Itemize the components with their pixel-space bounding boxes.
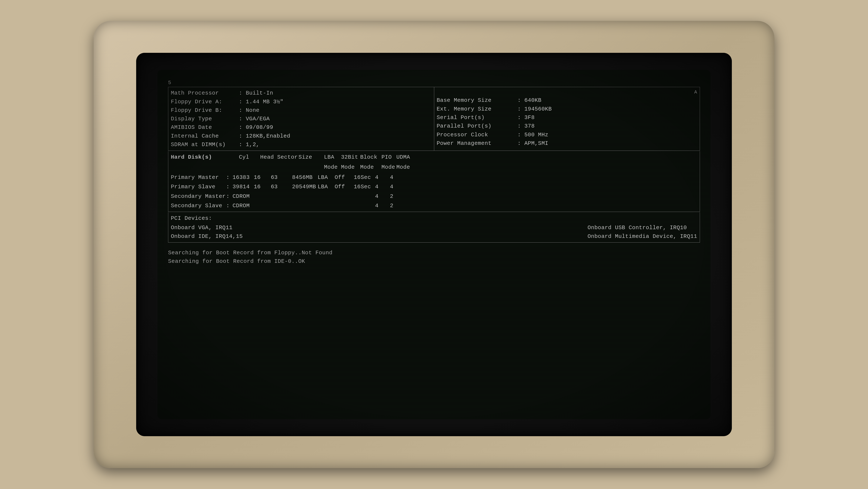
pm-name: Primary Master [171, 173, 226, 182]
internal-cache-label: Internal Cache [171, 132, 239, 140]
ps-cyl: 39814 [232, 182, 254, 191]
math-processor-row: Math Processor : Built-In [171, 89, 431, 97]
boot-messages-section: Searching for Boot Record from Floppy..N… [168, 247, 700, 267]
pm-cyl: 16383 [232, 173, 254, 182]
boot-message-0: Searching for Boot Record from Floppy..N… [168, 249, 700, 257]
pci-title: PCI Devices: [171, 214, 697, 223]
bios-date-label: AMIBIOS Date [171, 123, 239, 132]
screen-inner: 5 Math Processor : Built-In Floppy Drive… [157, 70, 711, 419]
floppy-b-label: Floppy Drive B: [171, 106, 239, 115]
pci-right: Onboard USB Controller, IRQ10 Onboard Mu… [575, 223, 697, 241]
bios-content: 5 Math Processor : Built-In Floppy Drive… [168, 78, 700, 267]
floppy-a-label: Floppy Drive A: [171, 97, 239, 106]
ps-size: 20549MB [292, 182, 318, 191]
pci-left-0: Onboard VGA, IRQ11 [171, 223, 243, 232]
sm-udma: 2 [390, 192, 407, 201]
col-pio: PIO [381, 153, 396, 162]
floppy-a-value: : 1.44 MB 3½" [239, 97, 283, 106]
math-processor-label: Math Processor [171, 89, 239, 97]
sub-block-mode: Mode [360, 163, 381, 171]
ps-sep: : [226, 182, 232, 191]
col-head: Head [260, 153, 277, 162]
screen-outer: 5 Math Processor : Built-In Floppy Drive… [136, 53, 732, 436]
power-mgmt-label: Power Management [437, 139, 518, 148]
display-type-label: Display Type [171, 115, 239, 123]
math-processor-value: : Built-In [239, 89, 273, 97]
corner-top-label: 5 [168, 80, 171, 86]
ss-sep: : [226, 201, 232, 210]
sub-pio-mode: Mode [381, 163, 396, 171]
serial-port-row: Serial Port(s) : 3F8 [437, 113, 698, 122]
pm-32bit: Off [335, 173, 354, 182]
ps-sector: 63 [271, 182, 292, 191]
processor-clock-label: Processor Clock [437, 131, 518, 139]
pci-right-0: Onboard USB Controller, IRQ10 [588, 223, 697, 232]
internal-cache-row: Internal Cache : 128KB,Enabled [171, 132, 431, 140]
pm-sector: 63 [271, 173, 292, 182]
ps-block: 16Sec [354, 182, 375, 191]
hard-disk-title: Hard Disk(s) [171, 153, 239, 162]
internal-cache-value: : 128KB,Enabled [239, 132, 290, 140]
pm-lba: LBA [318, 173, 335, 182]
col-cyl: Cyl [239, 153, 260, 162]
pci-devices-section: PCI Devices: Onboard VGA, IRQ11 Onboard … [168, 212, 700, 242]
base-memory-value: : 640KB [518, 96, 541, 105]
pci-row: Onboard VGA, IRQ11 Onboard IDE, IRQ14,15… [171, 223, 697, 241]
hard-disk-section: Hard Disk(s) Cyl Head Sector Size LBA 32… [168, 151, 700, 212]
base-memory-label: Base Memory Size [437, 96, 518, 105]
col-sector: Sector [277, 153, 299, 162]
floppy-a-row: Floppy Drive A: : 1.44 MB 3½" [171, 97, 431, 106]
floppy-b-row: Floppy Drive B: : None [171, 106, 431, 115]
display-type-row: Display Type : VGA/EGA [171, 115, 431, 123]
ps-udma: 4 [390, 182, 407, 191]
processor-clock-value: : 500 MHz [518, 131, 549, 139]
pm-sep: : [226, 173, 232, 182]
sm-name: Secondary Master [171, 192, 226, 201]
ps-lba: LBA [318, 182, 335, 191]
boot-message-1: Searching for Boot Record from IDE-0..OK [168, 257, 700, 266]
pm-block: 16Sec [354, 173, 375, 182]
pci-right-1: Onboard Multimedia Device, IRQ11 [588, 232, 697, 241]
primary-master-row: Primary Master : 16383 16 63 8456MB LBA … [171, 173, 697, 182]
ps-head: 16 [254, 182, 271, 191]
sub-32bit-mode: Mode [341, 163, 360, 171]
pm-head: 16 [254, 173, 271, 182]
system-info-left: Math Processor : Built-In Floppy Drive A… [168, 87, 434, 150]
secondary-slave-row: Secondary Slave : CDROM 4 2 [171, 201, 697, 210]
power-mgmt-row: Power Management : APM,SMI [437, 139, 698, 148]
corner-tr: A [437, 89, 698, 96]
base-memory-row: Base Memory Size : 640KB [437, 96, 698, 105]
power-mgmt-value: : APM,SMI [518, 139, 549, 148]
secondary-master-row: Secondary Master : CDROM 4 2 [171, 192, 697, 201]
parallel-port-label: Parallel Port(s) [437, 122, 518, 130]
ss-cyl: CDROM [232, 201, 254, 210]
ps-name: Primary Slave [171, 182, 226, 191]
col-32bit: 32Bit [341, 153, 360, 162]
serial-port-label: Serial Port(s) [437, 113, 518, 122]
sub-lba-mode: Mode [324, 163, 341, 171]
col-lba: LBA [324, 153, 341, 162]
sm-cyl: CDROM [232, 192, 254, 201]
ext-memory-row: Ext. Memory Size : 194560KB [437, 105, 698, 113]
primary-slave-row: Primary Slave : 39814 16 63 20549MB LBA … [171, 182, 697, 191]
col-size: Size [299, 153, 324, 162]
pm-udma: 4 [390, 173, 407, 182]
pci-left-1: Onboard IDE, IRQ14,15 [171, 232, 243, 241]
ss-udma: 2 [390, 201, 407, 210]
system-info-section: Math Processor : Built-In Floppy Drive A… [168, 87, 700, 151]
parallel-port-value: : 378 [518, 122, 535, 130]
display-type-value: : VGA/EGA [239, 115, 270, 123]
processor-clock-row: Processor Clock : 500 MHz [437, 131, 698, 139]
pci-left: Onboard VGA, IRQ11 Onboard IDE, IRQ14,15 [171, 223, 243, 241]
ss-name: Secondary Slave [171, 201, 226, 210]
sm-sep: : [226, 192, 232, 201]
sm-pio: 4 [375, 192, 390, 201]
serial-port-value: : 3F8 [518, 113, 535, 122]
sdram-label: SDRAM at DIMM(s) [171, 140, 239, 149]
bios-date-value: : 09/08/99 [239, 123, 273, 132]
ext-memory-label: Ext. Memory Size [437, 105, 518, 113]
col-udma: UDMA [396, 153, 413, 162]
sub-udma-mode: Mode [396, 163, 413, 171]
sdram-row: SDRAM at DIMM(s) : 1,2, [171, 140, 431, 149]
pm-size: 8456MB [292, 173, 318, 182]
